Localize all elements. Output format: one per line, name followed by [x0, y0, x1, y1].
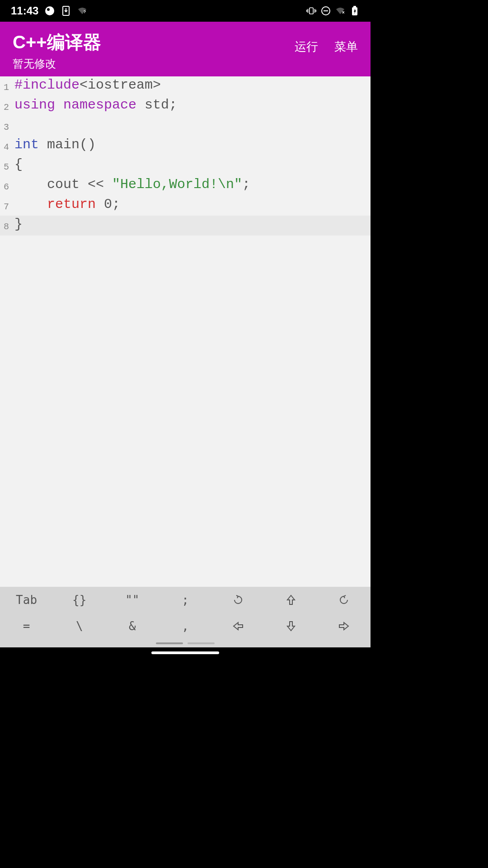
- svg-text:?: ?: [84, 10, 86, 14]
- line-number: 5: [0, 156, 12, 176]
- handle-bar: [156, 642, 183, 644]
- toolbar-row-1: Tab {} "" ;: [0, 587, 371, 613]
- status-bar: 11:43 ? ×: [0, 0, 371, 22]
- code-line: 6 cout << "Hello,World!\n";: [0, 176, 371, 196]
- key-redo[interactable]: [318, 587, 371, 613]
- key-down[interactable]: [265, 613, 318, 639]
- menu-button[interactable]: 菜单: [334, 39, 358, 55]
- app-title: C++编译器: [13, 30, 101, 55]
- status-right: ×: [306, 6, 360, 16]
- dnd-icon: [321, 6, 331, 16]
- toolbar-drag-handle[interactable]: [0, 639, 371, 647]
- line-number: 4: [0, 136, 12, 156]
- key-braces[interactable]: {}: [53, 587, 106, 613]
- code-line: 8 }: [0, 216, 371, 236]
- svg-rect-13: [353, 6, 356, 8]
- battery-icon: [350, 6, 360, 16]
- redo-icon: [338, 594, 349, 605]
- app-subtitle: 暂无修改: [13, 57, 101, 71]
- line-number: 6: [0, 176, 12, 196]
- code-line: 7 return 0;: [0, 196, 371, 216]
- key-tab[interactable]: Tab: [0, 587, 53, 613]
- key-ampersand[interactable]: &: [106, 613, 159, 639]
- code-editor[interactable]: 1 #include<iostream> 2 using namespace s…: [0, 76, 371, 587]
- code-line: 1 #include<iostream>: [0, 76, 371, 96]
- arrow-up-icon: [286, 594, 296, 605]
- svg-rect-4: [310, 8, 313, 14]
- vibrate-icon: [306, 6, 316, 16]
- run-button[interactable]: 运行: [295, 39, 318, 55]
- line-number: 7: [0, 196, 12, 216]
- key-comma[interactable]: ,: [159, 613, 211, 639]
- key-equals[interactable]: =: [0, 613, 53, 639]
- code-line: 2 using namespace std;: [0, 96, 371, 116]
- key-quotes[interactable]: "": [106, 587, 159, 613]
- header-left: C++编译器 暂无修改: [13, 30, 101, 71]
- svg-text:×: ×: [342, 10, 345, 15]
- line-number: 3: [0, 116, 12, 136]
- code-line: 5 {: [0, 156, 371, 176]
- header-actions: 运行 菜单: [295, 39, 358, 55]
- code-line: 3: [0, 116, 371, 136]
- key-up[interactable]: [265, 587, 318, 613]
- code-line: 4 int main(): [0, 136, 371, 156]
- clock-icon: [45, 6, 55, 16]
- svg-point-1: [47, 8, 50, 11]
- nav-handle[interactable]: [151, 651, 219, 654]
- key-backslash[interactable]: \: [53, 613, 106, 639]
- download-icon: [61, 6, 71, 16]
- line-number: 1: [0, 76, 12, 96]
- arrow-down-icon: [286, 621, 296, 632]
- key-semicolon[interactable]: ;: [159, 587, 211, 613]
- undo-icon: [233, 594, 244, 605]
- wifi-off-icon: ×: [335, 6, 345, 16]
- system-nav-bar: [0, 647, 371, 658]
- arrow-right-icon: [338, 621, 349, 631]
- status-time: 11:43: [11, 5, 38, 17]
- svg-point-0: [45, 6, 54, 15]
- status-left: 11:43 ?: [11, 5, 87, 17]
- key-undo[interactable]: [212, 587, 265, 613]
- key-right[interactable]: [318, 613, 371, 639]
- toolbar-row-2: = \ & ,: [0, 613, 371, 639]
- wifi-question-icon: ?: [77, 6, 87, 16]
- symbol-toolbar: Tab {} "" ; = \ & ,: [0, 587, 371, 647]
- line-number: 8: [0, 216, 12, 236]
- arrow-left-icon: [233, 621, 244, 631]
- key-left[interactable]: [212, 613, 265, 639]
- handle-bar: [188, 642, 215, 644]
- line-number: 2: [0, 96, 12, 116]
- app-header: C++编译器 暂无修改 运行 菜单: [0, 22, 371, 76]
